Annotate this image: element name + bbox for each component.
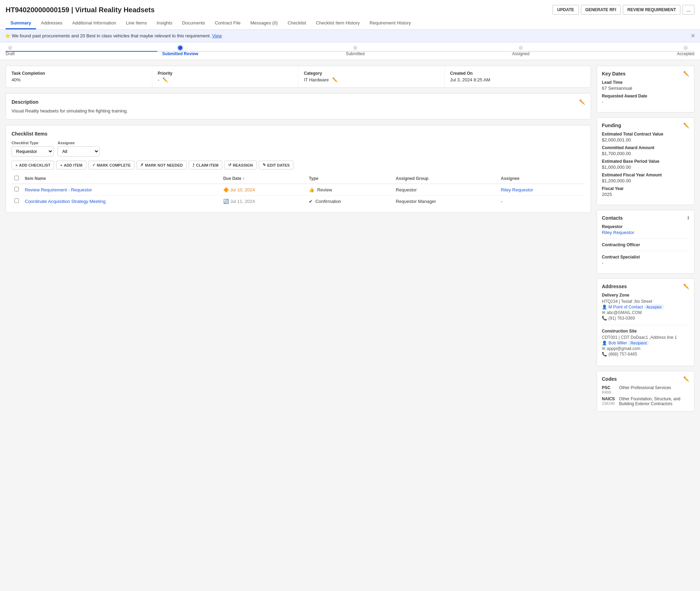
requestor-link[interactable]: Riley Requestor	[602, 230, 689, 235]
description-edit-icon[interactable]: ✏️	[579, 99, 585, 105]
contacts-info-icon[interactable]: ℹ	[687, 216, 689, 220]
reassign-button[interactable]: ↺ REASSIGN	[224, 161, 256, 169]
delivery-phone-icon: 📞	[602, 316, 607, 321]
codes-title: Codes	[602, 376, 617, 382]
item-link-0[interactable]: Review Requirement - Requestor	[25, 187, 92, 192]
alert-close-icon[interactable]: ✕	[691, 32, 695, 39]
tab-addresses[interactable]: Addresses	[36, 17, 67, 29]
type-icon-1: ✔	[309, 199, 313, 204]
tab-checklist-item-history[interactable]: Checklist Item History	[311, 17, 365, 29]
table-row: Review Requirement - Requestor 🔶 Jul 10,…	[12, 184, 585, 196]
col-assignee: Assignee	[498, 174, 585, 184]
main-right: Key Dates ✏️ Lead Time 67 Semiannual Req…	[597, 66, 694, 416]
due-date-icon-1: 🔄	[223, 199, 229, 204]
checklist-section: Checklist Items Checklist Type Requestor…	[6, 125, 591, 213]
claim-item-button[interactable]: ⤴ CLAIM ITEM	[189, 161, 222, 169]
col-due-date: Due Date ↑	[220, 174, 306, 184]
step-dot-draft	[8, 46, 12, 50]
filter-type-select[interactable]: Requestor	[12, 146, 53, 156]
codes-card: Codes ✏️ PSC R499 Other Professional Ser…	[597, 371, 694, 411]
row-checkbox-1[interactable]	[14, 198, 19, 203]
alert-icon: ⭐	[5, 33, 12, 38]
step-dot-submitted	[353, 46, 357, 50]
key-dates-title: Key Dates	[602, 71, 626, 76]
priority-edit-icon[interactable]: ✏️	[162, 77, 168, 82]
summary-card-task-completion: Task Completion 40%	[6, 66, 152, 87]
funding-field-4: Fiscal Year 2025	[602, 186, 689, 197]
due-date-0: 🔶 Jul 10, 2024	[223, 187, 303, 192]
col-item-name: Item Name	[22, 174, 220, 184]
tab-requirement-history[interactable]: Requirement History	[365, 17, 416, 29]
summary-card-created-on: Created On Jul 3, 2024 8:25 AM	[445, 66, 591, 87]
requested-award-field: Requested Award Date -	[602, 94, 689, 104]
due-date-sort-icon[interactable]: ↑	[242, 176, 245, 181]
progress-step-draft: Draft	[6, 46, 15, 56]
edit-dates-button[interactable]: ✎ EDIT DATES	[259, 161, 294, 169]
tab-insights[interactable]: Insights	[152, 17, 177, 29]
filter-assignee-label: Assignee	[58, 141, 100, 145]
delivery-contact-role: Acceptor	[644, 305, 664, 309]
tab-additional-information[interactable]: Additional Information	[67, 17, 121, 29]
funding-field-2: Estimated Base Period Value $1,000,000.0…	[602, 159, 689, 170]
progress-steps: Draft Submitted Review Submitted Assigne…	[6, 46, 694, 56]
step-dot-accepted	[684, 46, 688, 50]
assignee-link-0[interactable]: Riley Requestor	[501, 187, 533, 192]
funding-title: Funding	[602, 123, 621, 128]
tab-summary[interactable]: Summary	[6, 17, 36, 29]
construction-contact-link[interactable]: Bob Miller	[608, 341, 627, 345]
step-dot-assigned	[519, 46, 523, 50]
select-all-checkbox[interactable]	[14, 176, 19, 180]
step-dot-submitted-review	[178, 46, 182, 50]
delivery-contact-icon: 👤	[602, 305, 607, 309]
assigned-group-0: Requestor	[393, 184, 498, 196]
filter-assignee-select[interactable]: All	[58, 146, 100, 156]
assignee-1: -	[498, 196, 585, 207]
progress-bar-container: Draft Submitted Review Submitted Assigne…	[0, 42, 700, 60]
funding-field-0: Estimated Total Contract Value $2,000,00…	[602, 132, 689, 143]
description-title: Description	[12, 99, 38, 105]
funding-edit-icon[interactable]: ✏️	[683, 123, 689, 128]
more-actions-button[interactable]: ...	[683, 5, 694, 15]
tab-checklist[interactable]: Checklist	[283, 17, 311, 29]
key-dates-card: Key Dates ✏️ Lead Time 67 Semiannual Req…	[597, 66, 694, 112]
item-link-1[interactable]: Coordinate Acquisition Strategy Meeting	[25, 199, 105, 204]
filter-type-label: Checklist Type	[12, 141, 53, 145]
addresses-edit-icon[interactable]: ✏️	[683, 284, 689, 289]
main-layout: Task Completion 40% Priority - ✏️ Catego…	[0, 60, 700, 422]
delivery-contact: 👤 M Point of Contact Acceptor	[602, 305, 689, 309]
summary-card-priority: Priority - ✏️	[152, 66, 299, 87]
checklist-filters: Checklist Type Requestor Assignee All	[12, 141, 585, 156]
category-edit-icon[interactable]: ✏️	[332, 77, 338, 82]
alert-link[interactable]: View	[212, 33, 222, 38]
codes-edit-icon[interactable]: ✏️	[683, 376, 689, 382]
tab-contract-file[interactable]: Contract File	[210, 17, 246, 29]
requestor-field: Requestor Riley Requestor	[602, 224, 689, 235]
tab-documents[interactable]: Documents	[177, 17, 210, 29]
update-button[interactable]: UPDATE	[553, 5, 578, 15]
addresses-card: Addresses ✏️ Delivery Zone HTQ234 | Test…	[597, 278, 694, 366]
construction-email-icon: ✉	[602, 346, 605, 351]
col-type: Type	[306, 174, 393, 184]
progress-step-submitted-review: Submitted Review	[162, 46, 198, 56]
row-checkbox-0[interactable]	[14, 187, 19, 191]
tab-line-items[interactable]: Line Items	[121, 17, 152, 29]
key-dates-edit-icon[interactable]: ✏️	[683, 71, 689, 76]
generate-rfi-button[interactable]: GENERATE RFI	[581, 5, 621, 15]
header-bar: HT94020000000159 | Virtual Reality Heads…	[0, 0, 700, 30]
mark-not-needed-button[interactable]: ✗ MARK NOT NEEDED	[137, 161, 187, 169]
delivery-contact-link[interactable]: M Point of Contact	[608, 305, 643, 309]
delivery-address: HTQ234 | Testaf ,No Street	[602, 299, 689, 304]
construction-email: ✉ apppi@gmail.com	[602, 346, 689, 351]
step-label-accepted: Accepted	[677, 51, 694, 56]
review-requirement-button[interactable]: REVIEW REQUIREMENT	[623, 5, 680, 15]
addresses-title: Addresses	[602, 284, 627, 289]
lead-time-field: Lead Time 67 Semiannual	[602, 80, 689, 91]
add-checklist-button[interactable]: + ADD CHECKLIST	[12, 161, 54, 169]
tab-messages[interactable]: Messages (0)	[246, 17, 283, 29]
add-item-button[interactable]: + ADD ITEM	[56, 161, 86, 169]
filter-assignee: Assignee All	[58, 141, 100, 156]
construction-phone-icon: 📞	[602, 352, 607, 357]
summary-cards: Task Completion 40% Priority - ✏️ Catego…	[6, 66, 591, 88]
mark-complete-button[interactable]: ✓ MARK COMPLETE	[88, 161, 134, 169]
funding-card: Funding ✏️ Estimated Total Contract Valu…	[597, 117, 694, 205]
